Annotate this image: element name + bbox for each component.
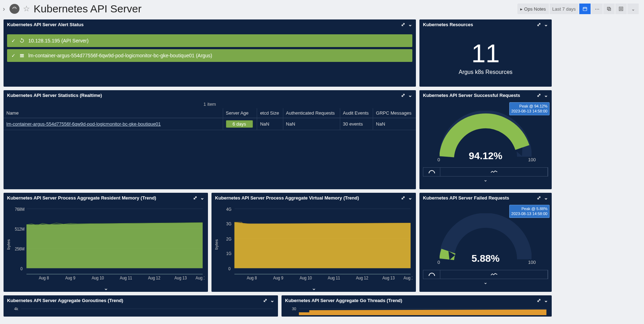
panel-goroutines: Kubernetes API Server Aggregate Goroutin… [4, 295, 278, 317]
svg-text:Aug 10: Aug 10 [300, 275, 312, 280]
panel-title: Kubernetes Resources [423, 22, 473, 27]
gauge-value: 5.88% [440, 253, 532, 264]
svg-text:Aug 14: Aug 14 [404, 275, 412, 280]
expand-icon[interactable]: ⤢ [401, 195, 405, 201]
dashboard-icon [10, 4, 19, 14]
gauge-tabs [423, 167, 548, 177]
page-title: Kubernetes API Server [34, 3, 141, 15]
panel-title: Kubernetes API Server Failed Requests [423, 195, 509, 201]
col-name[interactable]: Name [4, 108, 223, 118]
ops-notes-label: Ops Notes [524, 6, 546, 12]
panel-title: Kubernetes API Server Process Aggregate … [7, 195, 156, 201]
chevron-down-icon[interactable]: ⌄ [544, 22, 548, 27]
svg-text:Aug 8: Aug 8 [39, 275, 49, 280]
chevron-down-icon[interactable]: ⌄ [544, 297, 548, 303]
col-audit[interactable]: Audit Events [340, 108, 373, 118]
table-row[interactable]: lm-container-argus-554d77556f-6qw9d-pod-… [4, 118, 416, 130]
cell-auth: NaN [283, 118, 340, 130]
more-button[interactable]: ⋯ [591, 4, 603, 14]
peak-value: Peak @ 94.12% [511, 104, 547, 109]
svg-rect-8 [20, 54, 24, 55]
gauge-tab-line[interactable] [440, 168, 548, 176]
time-range-label[interactable]: Last 7 days [550, 4, 579, 14]
chevron-down-icon[interactable]: ⌄ [200, 195, 204, 201]
chevron-down-icon[interactable]: ⌄ [544, 195, 548, 201]
stack-icon [19, 53, 25, 58]
svg-text:Aug 8: Aug 8 [247, 275, 257, 280]
expand-icon[interactable]: ⤢ [263, 297, 267, 303]
chevron-down-icon[interactable]: ⌄ [312, 285, 316, 291]
panel-title: Kubernetes API Server Aggregate Goroutin… [7, 298, 123, 303]
virtual-memory-chart: bytes 4G 3G 2G 1G 0 Aug 8 Aug 9 [211, 203, 416, 284]
alert-item[interactable]: ✓ lm-container-argus-554d77556f-6qw9d-po… [7, 49, 412, 62]
chevron-down-icon[interactable]: ⌄ [270, 297, 274, 303]
chevron-down-icon[interactable]: ⌄ [408, 22, 412, 27]
svg-rect-10 [20, 57, 24, 57]
col-auth[interactable]: Authenticated Requests [283, 108, 340, 118]
svg-rect-9 [20, 55, 24, 56]
chevron-down-icon[interactable]: ⌄ [544, 92, 548, 98]
calendar-button[interactable] [579, 4, 591, 14]
dropdown-button[interactable]: ⌄ [627, 4, 639, 14]
check-icon: ✓ [11, 38, 16, 44]
svg-text:2G: 2G [226, 236, 232, 241]
svg-text:Aug 11: Aug 11 [328, 275, 340, 280]
svg-rect-7 [620, 8, 622, 10]
expand-icon[interactable]: ⤢ [537, 297, 541, 303]
check-icon: ✓ [11, 53, 16, 58]
svg-text:Aug 10: Aug 10 [92, 275, 104, 280]
panel-gothreads: Kubernetes API Server Aggregate Go Threa… [282, 295, 552, 317]
chevron-down-icon[interactable]: ⌄ [104, 285, 108, 291]
star-icon[interactable]: ☆ [23, 4, 30, 13]
gothreads-chart: 30 [282, 305, 552, 315]
row-name-link[interactable]: lm-container-argus-554d77556f-6qw9d-pod-… [6, 121, 161, 127]
gauge-tab-arc[interactable] [423, 168, 440, 176]
chevron-down-icon[interactable]: ⌄ [483, 279, 488, 285]
back-chevron-icon[interactable]: › [2, 5, 6, 13]
gauge-tab-line[interactable] [440, 270, 548, 279]
y-tick: 4k [14, 307, 18, 311]
chevron-down-icon[interactable]: ⌄ [408, 92, 412, 98]
resources-value: 11 [471, 41, 500, 66]
goroutines-chart: 4k [4, 305, 278, 315]
dots-icon: ⋯ [595, 6, 599, 12]
header-toolbar: ▸Ops Notes Last 7 days ⋯ ⌄ [517, 4, 639, 14]
svg-text:0: 0 [21, 266, 23, 271]
alert-item[interactable]: ✓ 10.128.15.195 (API Server) [7, 34, 412, 47]
fullscreen-button[interactable] [615, 4, 627, 14]
clone-button[interactable] [603, 4, 615, 14]
panel-failed-requests: Kubernetes API Server Failed Requests ⤢⌄… [419, 193, 552, 292]
expand-icon[interactable]: ⤢ [537, 22, 541, 27]
svg-text:Aug 9: Aug 9 [65, 275, 75, 280]
svg-text:512M: 512M [15, 226, 24, 231]
gauge-tab-arc[interactable] [423, 270, 440, 279]
expand-icon[interactable]: ⤢ [401, 92, 405, 98]
dashboard-grid: Kubernetes API Server Alert Status ⤢ ⌄ ✓… [0, 19, 644, 317]
panel-resident-memory: Kubernetes API Server Process Aggregate … [4, 193, 208, 292]
svg-text:Aug 12: Aug 12 [148, 275, 161, 280]
resident-memory-chart: bytes 768M 512M 256M 0 Aug 8 Aug 9 [4, 203, 208, 284]
expand-icon[interactable]: ⤢ [537, 92, 541, 98]
svg-text:Aug 14: Aug 14 [196, 275, 204, 280]
expand-icon[interactable]: ⤢ [193, 195, 197, 201]
panel-stats: Kubernetes API Server Statistics (Realti… [4, 90, 416, 189]
col-server-age[interactable]: Server Age [223, 108, 257, 118]
svg-text:Aug 13: Aug 13 [174, 275, 187, 280]
chevron-down-icon[interactable]: ⌄ [408, 195, 412, 201]
svg-text:bytes: bytes [215, 239, 219, 250]
col-grpc[interactable]: GRPC Messages [373, 108, 416, 118]
svg-text:256M: 256M [15, 246, 24, 251]
stats-table: Name Server Age etcd Size Authenticated … [4, 108, 416, 130]
expand-icon[interactable]: ⤢ [537, 195, 541, 201]
svg-text:768M: 768M [15, 207, 24, 212]
bottom-row: Kubernetes API Server Aggregate Goroutin… [4, 295, 552, 317]
ops-notes-button[interactable]: ▸Ops Notes [517, 4, 549, 14]
col-etcd[interactable]: etcd Size [257, 108, 283, 118]
chevron-down-icon[interactable]: ⌄ [483, 177, 488, 183]
cell-etcd: NaN [257, 118, 283, 130]
expand-icon[interactable]: ⤢ [401, 22, 405, 27]
svg-text:Aug 13: Aug 13 [382, 275, 395, 280]
svg-rect-6 [619, 7, 623, 11]
gauge-value: 94.12% [440, 150, 532, 162]
panel-title: Kubernetes API Server Successful Request… [423, 93, 520, 98]
